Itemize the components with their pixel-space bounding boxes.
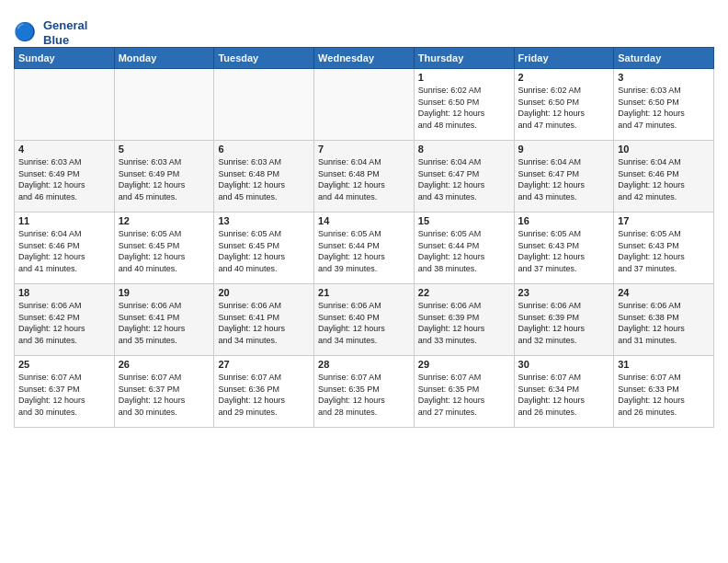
calendar-cell: 18Sunrise: 6:06 AM Sunset: 6:42 PM Dayli… — [15, 284, 115, 356]
day-info: Sunrise: 6:04 AM Sunset: 6:48 PM Dayligh… — [318, 156, 410, 202]
day-info: Sunrise: 6:06 AM Sunset: 6:39 PM Dayligh… — [418, 300, 510, 346]
calendar-cell: 27Sunrise: 6:07 AM Sunset: 6:36 PM Dayli… — [214, 356, 314, 428]
day-number: 8 — [418, 144, 510, 155]
day-info: Sunrise: 6:05 AM Sunset: 6:43 PM Dayligh… — [618, 228, 710, 274]
day-info: Sunrise: 6:07 AM Sunset: 6:33 PM Dayligh… — [618, 372, 710, 418]
calendar-cell: 1Sunrise: 6:02 AM Sunset: 6:50 PM Daylig… — [414, 69, 514, 141]
day-info: Sunrise: 6:05 AM Sunset: 6:44 PM Dayligh… — [318, 228, 410, 274]
day-info: Sunrise: 6:07 AM Sunset: 6:35 PM Dayligh… — [318, 372, 410, 418]
calendar-cell: 6Sunrise: 6:03 AM Sunset: 6:48 PM Daylig… — [214, 141, 314, 213]
calendar-cell: 5Sunrise: 6:03 AM Sunset: 6:49 PM Daylig… — [114, 141, 214, 213]
calendar-cell: 17Sunrise: 6:05 AM Sunset: 6:43 PM Dayli… — [614, 213, 714, 284]
weekday-header-monday: Monday — [114, 48, 214, 69]
calendar-cell: 14Sunrise: 6:05 AM Sunset: 6:44 PM Dayli… — [314, 213, 415, 284]
calendar-cell: 23Sunrise: 6:06 AM Sunset: 6:39 PM Dayli… — [514, 284, 614, 356]
calendar-cell: 25Sunrise: 6:07 AM Sunset: 6:37 PM Dayli… — [15, 356, 115, 428]
day-number: 17 — [618, 215, 710, 226]
day-number: 31 — [618, 359, 710, 370]
calendar-table: SundayMondayTuesdayWednesdayThursdayFrid… — [14, 47, 714, 428]
day-number: 10 — [618, 144, 710, 155]
calendar-cell: 10Sunrise: 6:04 AM Sunset: 6:46 PM Dayli… — [614, 141, 714, 213]
calendar-cell: 31Sunrise: 6:07 AM Sunset: 6:33 PM Dayli… — [614, 356, 714, 428]
day-info: Sunrise: 6:06 AM Sunset: 6:38 PM Dayligh… — [618, 300, 710, 346]
calendar-cell: 8Sunrise: 6:04 AM Sunset: 6:47 PM Daylig… — [414, 141, 514, 213]
calendar-cell: 4Sunrise: 6:03 AM Sunset: 6:49 PM Daylig… — [15, 141, 115, 213]
day-info: Sunrise: 6:05 AM Sunset: 6:45 PM Dayligh… — [119, 228, 210, 274]
day-info: Sunrise: 6:04 AM Sunset: 6:47 PM Dayligh… — [518, 156, 610, 202]
calendar-cell: 22Sunrise: 6:06 AM Sunset: 6:39 PM Dayli… — [414, 284, 514, 356]
day-info: Sunrise: 6:03 AM Sunset: 6:49 PM Dayligh… — [119, 156, 210, 202]
day-info: Sunrise: 6:07 AM Sunset: 6:37 PM Dayligh… — [119, 372, 210, 418]
calendar-cell — [15, 69, 115, 141]
calendar-cell: 12Sunrise: 6:05 AM Sunset: 6:45 PM Dayli… — [114, 213, 214, 284]
day-info: Sunrise: 6:04 AM Sunset: 6:46 PM Dayligh… — [618, 156, 710, 202]
day-number: 3 — [618, 72, 710, 83]
calendar-cell: 30Sunrise: 6:07 AM Sunset: 6:34 PM Dayli… — [514, 356, 614, 428]
day-info: Sunrise: 6:05 AM Sunset: 6:44 PM Dayligh… — [418, 228, 510, 274]
day-info: Sunrise: 6:05 AM Sunset: 6:43 PM Dayligh… — [518, 228, 610, 274]
day-info: Sunrise: 6:06 AM Sunset: 6:41 PM Dayligh… — [119, 300, 210, 346]
day-number: 1 — [418, 72, 510, 83]
day-number: 22 — [418, 287, 510, 298]
day-info: Sunrise: 6:04 AM Sunset: 6:46 PM Dayligh… — [18, 228, 110, 274]
calendar-cell: 11Sunrise: 6:04 AM Sunset: 6:46 PM Dayli… — [15, 213, 115, 284]
calendar-cell: 21Sunrise: 6:06 AM Sunset: 6:40 PM Dayli… — [314, 284, 415, 356]
day-info: Sunrise: 6:07 AM Sunset: 6:36 PM Dayligh… — [218, 372, 310, 418]
calendar-cell: 7Sunrise: 6:04 AM Sunset: 6:48 PM Daylig… — [314, 141, 415, 213]
day-info: Sunrise: 6:03 AM Sunset: 6:49 PM Dayligh… — [18, 156, 110, 202]
calendar-cell: 2Sunrise: 6:02 AM Sunset: 6:50 PM Daylig… — [514, 69, 614, 141]
calendar-cell — [214, 69, 314, 141]
day-number: 15 — [418, 215, 510, 226]
calendar-cell: 26Sunrise: 6:07 AM Sunset: 6:37 PM Dayli… — [114, 356, 214, 428]
calendar-cell: 15Sunrise: 6:05 AM Sunset: 6:44 PM Dayli… — [414, 213, 514, 284]
logo-text: General Blue — [43, 18, 87, 47]
day-info: Sunrise: 6:06 AM Sunset: 6:41 PM Dayligh… — [218, 300, 310, 346]
day-info: Sunrise: 6:07 AM Sunset: 6:34 PM Dayligh… — [518, 372, 610, 418]
logo: 🔵 General Blue — [14, 18, 87, 47]
day-number: 21 — [318, 287, 410, 298]
day-number: 4 — [18, 144, 110, 155]
day-info: Sunrise: 6:05 AM Sunset: 6:45 PM Dayligh… — [218, 228, 310, 274]
calendar-cell: 13Sunrise: 6:05 AM Sunset: 6:45 PM Dayli… — [214, 213, 314, 284]
calendar-cell: 16Sunrise: 6:05 AM Sunset: 6:43 PM Dayli… — [514, 213, 614, 284]
weekday-header-sunday: Sunday — [15, 48, 115, 69]
day-number: 7 — [318, 144, 410, 155]
day-number: 5 — [119, 144, 210, 155]
day-number: 12 — [119, 215, 210, 226]
day-number: 29 — [418, 359, 510, 370]
weekday-header-tuesday: Tuesday — [214, 48, 314, 69]
day-info: Sunrise: 6:03 AM Sunset: 6:48 PM Dayligh… — [218, 156, 310, 202]
calendar-cell: 20Sunrise: 6:06 AM Sunset: 6:41 PM Dayli… — [214, 284, 314, 356]
calendar-cell: 29Sunrise: 6:07 AM Sunset: 6:35 PM Dayli… — [414, 356, 514, 428]
day-info: Sunrise: 6:07 AM Sunset: 6:35 PM Dayligh… — [418, 372, 510, 418]
day-number: 20 — [218, 287, 310, 298]
day-info: Sunrise: 6:04 AM Sunset: 6:47 PM Dayligh… — [418, 156, 510, 202]
day-number: 30 — [518, 359, 610, 370]
day-number: 2 — [518, 72, 610, 83]
weekday-header-saturday: Saturday — [614, 48, 714, 69]
day-info: Sunrise: 6:06 AM Sunset: 6:40 PM Dayligh… — [318, 300, 410, 346]
day-number: 9 — [518, 144, 610, 155]
day-number: 6 — [218, 144, 310, 155]
day-number: 13 — [218, 215, 310, 226]
day-info: Sunrise: 6:03 AM Sunset: 6:50 PM Dayligh… — [618, 85, 710, 131]
weekday-header-wednesday: Wednesday — [314, 48, 415, 69]
day-number: 18 — [18, 287, 110, 298]
day-number: 16 — [518, 215, 610, 226]
day-number: 23 — [518, 287, 610, 298]
day-number: 27 — [218, 359, 310, 370]
day-info: Sunrise: 6:06 AM Sunset: 6:42 PM Dayligh… — [18, 300, 110, 346]
day-number: 14 — [318, 215, 410, 226]
weekday-header-thursday: Thursday — [414, 48, 514, 69]
day-info: Sunrise: 6:07 AM Sunset: 6:37 PM Dayligh… — [18, 372, 110, 418]
calendar-cell: 9Sunrise: 6:04 AM Sunset: 6:47 PM Daylig… — [514, 141, 614, 213]
weekday-header-friday: Friday — [514, 48, 614, 69]
day-number: 19 — [119, 287, 210, 298]
day-info: Sunrise: 6:02 AM Sunset: 6:50 PM Dayligh… — [418, 85, 510, 131]
calendar-cell: 3Sunrise: 6:03 AM Sunset: 6:50 PM Daylig… — [614, 69, 714, 141]
day-number: 26 — [119, 359, 210, 370]
calendar-cell: 19Sunrise: 6:06 AM Sunset: 6:41 PM Dayli… — [114, 284, 214, 356]
calendar-cell — [114, 69, 214, 141]
day-number: 28 — [318, 359, 410, 370]
day-number: 25 — [18, 359, 110, 370]
